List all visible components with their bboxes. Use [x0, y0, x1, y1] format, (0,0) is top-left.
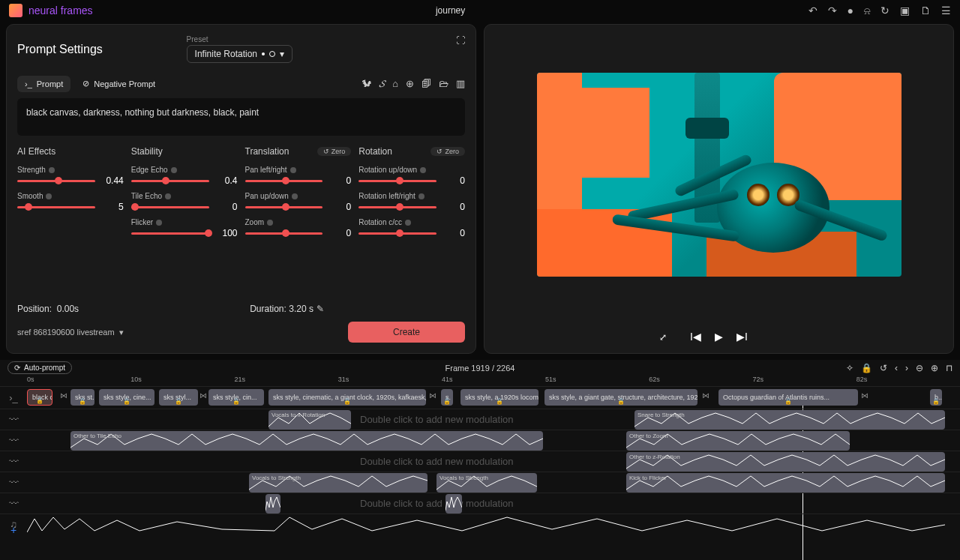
modulation-clip[interactable]: Snare to Strength — [634, 410, 945, 430]
wave-track-icon-2[interactable]: 〰 — [0, 435, 27, 446]
timeline-clip[interactable]: sks style, cine...🔒 — [99, 389, 154, 406]
slider-rot-ud[interactable] — [358, 180, 436, 182]
slider-rot-cc[interactable] — [358, 232, 436, 235]
add-track-icon[interactable]: + — [0, 524, 27, 536]
project-selector[interactable]: sref 868190600 livestream ▾ — [17, 328, 124, 337]
fit-icon[interactable]: ⊓ — [946, 363, 952, 373]
wave-track-icon-1[interactable]: 〰 — [0, 414, 27, 425]
zoom-out-icon[interactable]: ⊖ — [916, 363, 923, 373]
zero-translation[interactable]: ↺ Zero — [317, 147, 352, 156]
col-translation: Translation — [245, 146, 290, 157]
script-icon[interactable]: 𝓢 — [379, 78, 385, 90]
modulation-clip[interactable]: Vocals to x-Rotation — [268, 410, 351, 430]
tab-prompt[interactable]: ›_ Prompt — [17, 76, 70, 92]
clipboard-icon[interactable]: 🗐 — [422, 78, 431, 90]
refresh-icon[interactable]: ↻ — [880, 4, 890, 16]
slider-rot-lr[interactable] — [358, 206, 436, 208]
modulation-clip[interactable]: Vocals to Strength — [436, 473, 537, 493]
slider-pan-ud[interactable] — [245, 206, 323, 208]
create-button[interactable]: Create — [348, 322, 465, 343]
label-rot-ud: Rotation up/down — [358, 166, 417, 174]
prev-frame-icon[interactable]: I◀ — [690, 331, 701, 343]
timeline-clip[interactable]: sks styl...🔒 — [159, 389, 198, 406]
shuffle-icon[interactable]: ⋈ — [700, 391, 711, 403]
preset-select[interactable]: Infinite Rotation ▾ — [187, 45, 292, 63]
shuffle-icon[interactable]: ⋈ — [58, 391, 69, 403]
redo-icon[interactable]: ↷ — [828, 4, 837, 16]
timeline-ruler[interactable]: 0s10s21s 31s41s51s 62s72s82s — [0, 376, 960, 386]
prompt-track-icon[interactable]: ›_ — [0, 392, 27, 403]
bell-icon[interactable]: ⍾ — [864, 4, 870, 16]
label-pan-lr: Pan left/right — [245, 166, 287, 174]
project-title: journey — [93, 5, 808, 16]
add-modulation-hint-2[interactable]: Double click to add new modulation — [360, 456, 514, 467]
modulation-clip[interactable]: Vocals to Strength — [249, 473, 428, 493]
timeline-clip[interactable]: sks style, cin...🔒 — [208, 389, 264, 406]
shuffle-icon[interactable]: ⋈ — [860, 391, 870, 403]
timeline-clip[interactable]: sks st...🔒 — [70, 389, 94, 406]
wave-track-icon-4[interactable]: 〰 — [0, 477, 27, 488]
folder-icon[interactable]: 🗁 — [439, 78, 448, 90]
slider-strength[interactable] — [17, 180, 95, 182]
palette-icon[interactable]: ⊕ — [406, 78, 414, 90]
audio-waveform — [27, 514, 945, 535]
frame-counter: Frame 1919 / 2264 — [446, 364, 515, 373]
add-modulation-hint-3[interactable]: Double click to add new modulation — [360, 498, 514, 509]
duration-label: Duration: — [250, 304, 286, 314]
modulation-clip[interactable] — [266, 494, 280, 514]
undo-icon[interactable]: ↶ — [808, 4, 818, 16]
autoprompt-button[interactable]: ⟳ Auto-prompt — [8, 361, 72, 374]
timeline-clip[interactable]: b...🔒 — [930, 389, 942, 406]
magic-icon[interactable]: ✧ — [846, 363, 854, 373]
timeline-clip[interactable]: sks style, cinematic, a giant clock, 192… — [268, 389, 426, 406]
slider-zoom[interactable] — [245, 232, 323, 235]
tab-negative-prompt[interactable]: ⊘ Negative Prompt — [75, 75, 163, 92]
menu-icon[interactable]: ☰ — [941, 4, 951, 16]
lock-icon[interactable]: 🔒 — [861, 363, 872, 373]
modulation-clip[interactable]: Other to Tile Echo — [70, 431, 543, 451]
document-icon[interactable]: 🗋 — [920, 4, 931, 16]
slider-pan-lr[interactable] — [245, 180, 323, 182]
arrow-left-icon[interactable]: ‹ — [895, 363, 898, 373]
label-flicker: Flicker — [131, 218, 153, 226]
slider-smooth[interactable] — [17, 206, 95, 208]
preview-image — [537, 73, 902, 277]
squirrel-icon[interactable]: 🐿 — [362, 78, 371, 90]
zero-rotation[interactable]: ↺ Zero — [430, 147, 465, 156]
slider-edge-echo[interactable] — [131, 180, 209, 182]
autoprompt-icon: ⟳ — [14, 364, 20, 372]
next-frame-icon[interactable]: ▶I — [736, 331, 748, 343]
shuffle-icon[interactable]: ⋈ — [428, 391, 438, 403]
timeline-clip[interactable]: sks style, a giant gate, structure, arch… — [544, 389, 698, 406]
timeline-clip[interactable]: sks style, a 1920s locomoti...🔒 — [460, 389, 538, 406]
modulation-clip[interactable] — [446, 494, 462, 514]
expand-panel-icon[interactable]: ⛶ — [456, 35, 465, 46]
record-icon[interactable]: ● — [848, 4, 854, 16]
zoom-in-icon[interactable]: ⊕ — [931, 363, 938, 373]
wave-track-icon-5[interactable]: 〰 — [0, 498, 27, 509]
add-modulation-hint[interactable]: Double click to add new modulation — [360, 414, 514, 425]
loop-icon[interactable]: ↺ — [880, 363, 887, 373]
prompt-textarea[interactable]: black canvas, darkness, nothing but dark… — [17, 98, 465, 136]
position-value: 0.00s — [57, 304, 79, 314]
slider-tile-echo[interactable] — [131, 206, 209, 208]
arrow-right-icon[interactable]: › — [905, 363, 908, 373]
home-icon[interactable]: ⌂ — [392, 78, 398, 90]
edit-duration-icon[interactable]: ✎ — [316, 304, 324, 314]
timeline-clip[interactable]: s.🔒 — [441, 389, 453, 406]
shuffle-icon[interactable]: ⋈ — [198, 391, 208, 403]
timeline-clip[interactable]: Octopus guardian of Atlantis ruins...🔒 — [718, 389, 858, 406]
save-icon[interactable]: ▣ — [900, 4, 910, 16]
play-icon[interactable]: ▶ — [715, 331, 723, 343]
stack-icon[interactable]: ▥ — [456, 78, 465, 90]
brand-name: neural frames — [28, 4, 93, 16]
modulation-clip[interactable]: Other to Zoom — [626, 431, 850, 451]
modulation-clip[interactable]: Other to z-Rotation — [626, 452, 945, 472]
timeline-clip[interactable]: black ca...🔒 — [27, 389, 52, 406]
label-strength: Strength — [17, 166, 46, 174]
label-pan-ud: Pan up/down — [245, 192, 289, 200]
fullscreen-icon[interactable]: ⤢ — [659, 332, 667, 343]
modulation-clip[interactable]: Kick to Flicker — [626, 473, 945, 493]
slider-flicker[interactable] — [131, 232, 209, 235]
wave-track-icon-3[interactable]: 〰 — [0, 456, 27, 467]
